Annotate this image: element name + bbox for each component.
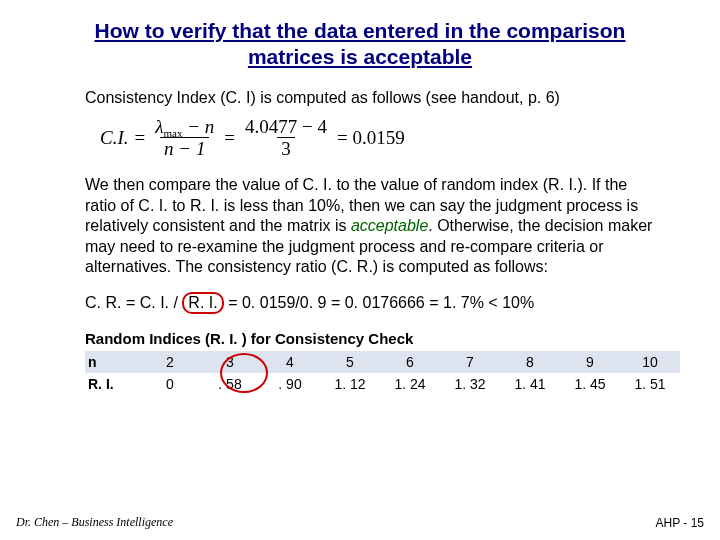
ri-cell: 0	[140, 373, 200, 395]
footer-left: Dr. Chen – Business Intelligence	[16, 515, 173, 530]
n-col: 2	[140, 351, 200, 373]
ri-row-label: R. I.	[85, 373, 140, 395]
ri-cell: 1. 45	[560, 373, 620, 395]
minus-n: − n	[182, 116, 214, 137]
acceptable-word: acceptable	[351, 217, 428, 234]
fraction-numeric: 4.0477 − 4 3	[241, 117, 331, 160]
ri-cell: 1. 24	[380, 373, 440, 395]
ri-table-wrap: n 2 3 4 5 6 7 8 9 10 R. I. 0 . 58 . 90	[40, 351, 680, 395]
formula-lhs: C.I.	[100, 127, 129, 149]
cr-equation: C. R. = C. I. / R. I. = 0. 0159/0. 9 = 0…	[85, 292, 680, 314]
n-col: 4	[260, 351, 320, 373]
cr-pre: C. R. = C. I. /	[85, 294, 182, 311]
cr-post: = 0. 0159/0. 9 = 0. 0176666 = 1. 7% < 10…	[224, 294, 534, 311]
ri-cell: 1. 41	[500, 373, 560, 395]
table-row: R. I. 0 . 58 . 90 1. 12 1. 24 1. 32 1. 4…	[85, 373, 680, 395]
body-paragraph: We then compare the value of C. I. to th…	[85, 175, 655, 277]
ci-formula: C.I. = λmax − n n − 1 = 4.0477 − 4 3 = 0…	[100, 117, 680, 160]
ri-highlight: R. I.	[182, 292, 223, 314]
n-col: 6	[380, 351, 440, 373]
n-col: 5	[320, 351, 380, 373]
ri-table: n 2 3 4 5 6 7 8 9 10 R. I. 0 . 58 . 90	[85, 351, 680, 395]
n-col: 8	[500, 351, 560, 373]
ri-cell: 1. 32	[440, 373, 500, 395]
n-col: 3	[200, 351, 260, 373]
denominator-2: 3	[277, 137, 295, 159]
lambda-sub: max	[163, 127, 182, 139]
numerator-2: 4.0477 − 4	[241, 117, 331, 138]
footer-right: AHP - 15	[656, 516, 704, 530]
table-title: Random Indices (R. I. ) for Consistency …	[85, 330, 680, 347]
ri-cell: 1. 51	[620, 373, 680, 395]
ri-cell: 1. 12	[320, 373, 380, 395]
n-header: n	[85, 351, 140, 373]
denominator-1: n − 1	[160, 137, 209, 159]
equals-2: =	[224, 127, 235, 149]
ri-cell: . 58	[200, 373, 260, 395]
formula-result: = 0.0159	[337, 127, 405, 149]
slide: How to verify that the data entered in t…	[0, 0, 720, 540]
table-header-row: n 2 3 4 5 6 7 8 9 10	[85, 351, 680, 373]
n-col: 10	[620, 351, 680, 373]
n-col: 7	[440, 351, 500, 373]
formula-block: C.I. = λmax − n n − 1 = 4.0477 − 4 3 = 0…	[100, 117, 680, 160]
intro-text: Consistency Index (C. I) is computed as …	[85, 89, 680, 107]
n-col: 9	[560, 351, 620, 373]
ri-cell: . 90	[260, 373, 320, 395]
equals-1: =	[135, 127, 146, 149]
fraction-symbolic: λmax − n n − 1	[151, 117, 218, 160]
slide-title: How to verify that the data entered in t…	[40, 18, 680, 71]
